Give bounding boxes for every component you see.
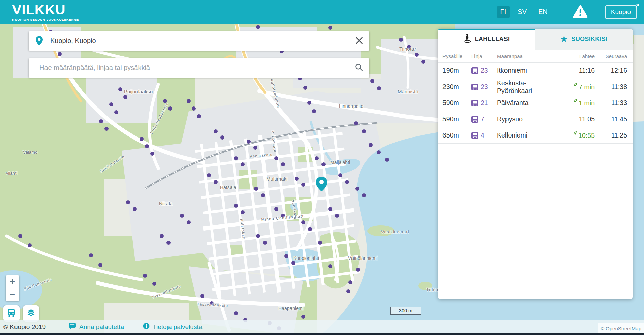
bus-stop-dot[interactable] <box>166 241 171 245</box>
bus-stop-dot[interactable] <box>180 214 184 218</box>
bus-stop-dot[interactable] <box>348 280 352 284</box>
bus-stop-dot[interactable] <box>118 87 122 91</box>
language-sv[interactable]: SV <box>514 6 530 18</box>
bus-stop-dot[interactable] <box>356 268 360 272</box>
departure-row[interactable]: 190m23Itkonniemi11:1612:16 <box>438 62 633 79</box>
bus-stop-dot[interactable] <box>385 158 389 162</box>
bus-stop-dot[interactable] <box>308 227 312 231</box>
bus-stop-dot[interactable] <box>415 53 419 57</box>
bus-stop-dot[interactable] <box>274 207 278 211</box>
bus-stop-dot[interactable] <box>89 253 93 257</box>
bus-stop-dot[interactable] <box>312 109 316 113</box>
language-en[interactable]: EN <box>535 6 551 18</box>
bus-stop-dot[interactable] <box>160 234 164 238</box>
bus-stop-dot[interactable] <box>187 220 191 224</box>
destination-search-input[interactable] <box>39 58 348 78</box>
bus-stop-dot[interactable] <box>200 294 204 298</box>
bus-stop-dot[interactable] <box>362 129 366 133</box>
bus-stop-dot[interactable] <box>301 183 305 187</box>
bus-stop-dot[interactable] <box>18 234 22 238</box>
bus-stop-dot[interactable] <box>301 220 305 224</box>
bus-stop-dot[interactable] <box>192 106 196 111</box>
departure-row[interactable]: 590m21Päiväranta1 min11:33 <box>438 95 633 111</box>
bus-stop-dot[interactable] <box>109 102 113 106</box>
zoom-in-button[interactable]: + <box>6 275 19 288</box>
bus-stop-dot[interactable] <box>234 311 238 315</box>
bus-stop-dot[interactable] <box>315 156 319 160</box>
bus-stop-dot[interactable] <box>328 207 332 211</box>
bus-stop-dot[interactable] <box>284 254 288 258</box>
bus-stop-dot[interactable] <box>234 204 238 208</box>
bus-stop-dot[interactable] <box>377 86 381 90</box>
osm-attribution-link[interactable]: © OpenStreetMap <box>601 326 641 331</box>
bus-stop-dot[interactable] <box>126 200 130 204</box>
bus-stop-dot[interactable] <box>346 289 350 293</box>
origin-input[interactable] <box>50 31 348 51</box>
bus-stop-dot[interactable] <box>253 146 257 150</box>
bus-stop-dot[interactable] <box>104 127 109 131</box>
bus-stop-dot[interactable] <box>318 241 322 245</box>
bus-stop-dot[interactable] <box>187 99 191 103</box>
bus-stop-dot[interactable] <box>345 180 349 184</box>
bus-stop-dot[interactable] <box>241 162 245 166</box>
clear-origin-button[interactable] <box>348 36 369 47</box>
bus-stop-dot[interactable] <box>281 162 285 166</box>
alerts-button[interactable] <box>571 5 590 19</box>
map-layers-button[interactable] <box>23 305 39 322</box>
bus-stop-dot[interactable] <box>328 26 332 30</box>
bus-stop-dot[interactable] <box>133 207 137 211</box>
bus-stop-dot[interactable] <box>214 180 218 184</box>
feedback-link[interactable]: Anna palautetta <box>66 322 126 332</box>
bus-stop-dot[interactable] <box>114 110 118 114</box>
departure-row[interactable]: 230m23Keskusta-Pyörönkaari7 min11:38 <box>438 79 633 95</box>
bus-stop-dot[interactable] <box>399 38 403 42</box>
bus-stop-dot[interactable] <box>247 140 251 144</box>
bus-stop-dot[interactable] <box>291 261 295 265</box>
bus-stop-dot[interactable] <box>220 135 224 140</box>
bus-stop-dot[interactable] <box>123 95 127 99</box>
bus-stop-dot[interactable] <box>234 156 238 160</box>
bus-stop-dot[interactable] <box>58 52 62 56</box>
departure-row[interactable]: 650m4Kelloniemi10:5511:25 <box>438 127 633 144</box>
toggle-stops-button[interactable] <box>3 305 20 322</box>
bus-stop-dot[interactable] <box>197 114 201 118</box>
about-link[interactable]: Tietoja palvelusta <box>141 322 204 331</box>
search-button[interactable] <box>348 63 369 73</box>
bus-stop-dot[interactable] <box>152 282 156 286</box>
bus-stop-dot[interactable] <box>301 315 305 319</box>
city-link-button[interactable]: Kuopio <box>605 5 637 19</box>
bus-stop-dot[interactable] <box>214 129 218 133</box>
bus-stop-dot[interactable] <box>370 79 374 83</box>
bus-stop-dot[interactable] <box>307 101 311 105</box>
bus-stop-dot[interactable] <box>263 241 267 245</box>
bus-stop-dot[interactable] <box>362 193 366 197</box>
bus-stop-dot[interactable] <box>256 25 260 29</box>
bus-stop-dot[interactable] <box>261 193 265 197</box>
bus-stop-dot[interactable] <box>354 121 358 125</box>
bus-stop-dot[interactable] <box>355 187 359 191</box>
bus-stop-dot[interactable] <box>254 187 258 191</box>
bus-stop-dot[interactable] <box>274 156 278 160</box>
bus-stop-dot[interactable] <box>321 162 326 166</box>
bus-stop-dot[interactable] <box>295 177 299 181</box>
bus-stop-dot[interactable] <box>338 173 342 177</box>
zoom-out-button[interactable]: − <box>6 288 19 301</box>
bus-stop-dot[interactable] <box>99 119 103 123</box>
bus-stop-dot[interactable] <box>377 150 381 154</box>
bus-stop-dot[interactable] <box>143 274 147 278</box>
bus-stop-dot[interactable] <box>150 152 154 156</box>
bus-stop-dot[interactable] <box>328 264 332 268</box>
bus-stop-dot[interactable] <box>98 263 102 267</box>
tab-nearby[interactable]: LÄHELLÄSI <box>438 29 535 50</box>
tab-favorites[interactable]: ★ SUOSIKKISI <box>535 29 633 50</box>
app-logo[interactable]: VILKKU KUOPION SEUDUN JOUKKOLIIKENNE <box>12 3 79 21</box>
bus-stop-dot[interactable] <box>168 106 172 111</box>
bus-stop-dot[interactable] <box>140 137 144 141</box>
bus-stop-dot[interactable] <box>241 210 245 214</box>
bus-stop-dot[interactable] <box>256 234 260 238</box>
language-fi[interactable]: FI <box>497 6 510 18</box>
bus-stop-dot[interactable] <box>207 173 211 177</box>
bus-stop-dot[interactable] <box>421 60 425 64</box>
departure-row[interactable]: 590m7Rypysuo11:0511:45 <box>438 111 633 127</box>
bus-stop-dot[interactable] <box>335 214 339 218</box>
